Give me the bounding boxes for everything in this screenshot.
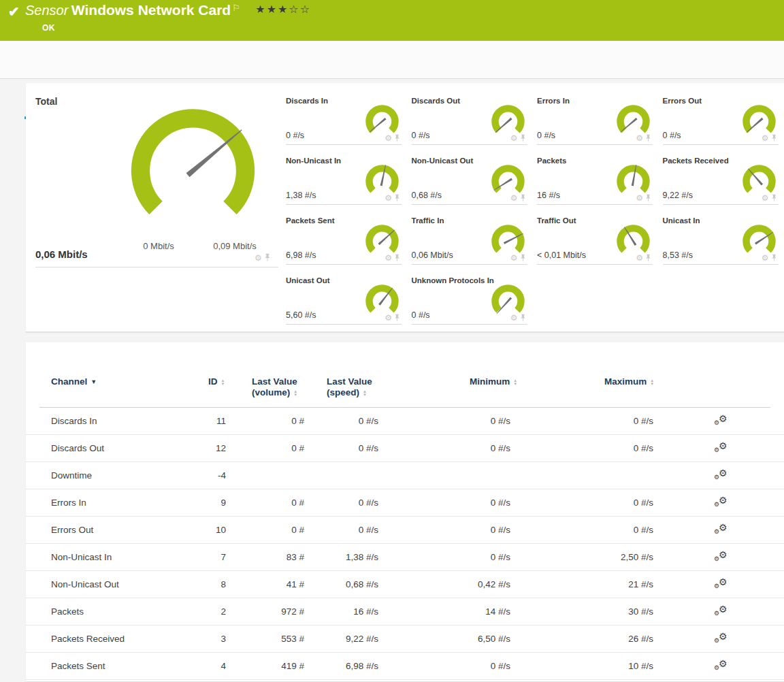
channel-gauge-cell[interactable]: Packets Sent 6,98 #/s ⚙ xyxy=(286,215,402,265)
channel-gear-icon[interactable]: ⚙ xyxy=(636,194,643,202)
column-header-maximum[interactable]: Maximum ▲▼ xyxy=(604,376,654,387)
channel-gauge-cell[interactable]: Errors Out 0 #/s ⚙ xyxy=(663,95,779,145)
channel-gauge-label: Unknown Protocols In xyxy=(412,276,494,285)
channel-settings-gears-icon[interactable]: ⚙⚙ xyxy=(713,435,731,462)
channel-settings-gears-icon[interactable]: ⚙⚙ xyxy=(713,489,731,517)
status-ok-check-icon: ✔ xyxy=(8,3,20,20)
pin-icon[interactable] xyxy=(520,194,526,202)
channel-gauge-cell[interactable]: Traffic In 0,06 Mbit/s ⚙ xyxy=(412,215,527,265)
channel-gauge-value: 9,22 #/s xyxy=(663,191,693,200)
pin-icon[interactable] xyxy=(771,134,777,142)
page-title: Windows Network Card xyxy=(71,2,231,18)
table-row[interactable]: Downtime -4 ⚙⚙ xyxy=(26,462,784,489)
channel-gauge-label: Packets Sent xyxy=(286,216,335,225)
column-header-channel[interactable]: Channel ▼ xyxy=(51,376,97,387)
cell-last-value-volume: 0 # xyxy=(291,489,304,516)
pin-icon[interactable] xyxy=(264,253,271,262)
table-row[interactable]: Packets 2 972 # 16 #/s 14 #/s 30 #/s ⚙⚙ xyxy=(26,598,784,626)
column-header-minimum[interactable]: Minimum ▲▼ xyxy=(470,376,517,387)
total-cell-divider xyxy=(35,267,278,267)
cell-maximum: 0 #/s xyxy=(634,517,653,543)
table-row[interactable]: Non-Unicast In 7 83 # 1,38 #/s 0 #/s 2,5… xyxy=(26,544,784,571)
cell-last-value-speed: 0 #/s xyxy=(359,408,378,434)
channel-gear-icon[interactable]: ⚙ xyxy=(255,254,262,262)
channel-gear-icon[interactable]: ⚙ xyxy=(510,194,518,202)
channel-gear-icon[interactable]: ⚙ xyxy=(762,254,769,262)
channel-gauge-actions: ⚙ xyxy=(510,134,526,142)
channel-gauge-cell[interactable]: Discards In 0 #/s ⚙ xyxy=(286,95,402,145)
table-row[interactable]: Non-Unicast Out 8 41 # 0,68 #/s 0,42 #/s… xyxy=(26,571,784,598)
sort-icon: ▲▼ xyxy=(363,389,367,397)
cell-maximum: 0 #/s xyxy=(634,408,653,434)
sort-icon: ▲▼ xyxy=(293,389,297,397)
flag-icon[interactable]: ⚐ xyxy=(232,3,240,13)
column-header-id[interactable]: ID ▲▼ xyxy=(208,376,225,387)
pin-icon[interactable] xyxy=(771,194,777,202)
pin-icon[interactable] xyxy=(645,254,651,262)
channel-settings-gears-icon[interactable]: ⚙⚙ xyxy=(713,598,731,626)
pin-icon[interactable] xyxy=(394,194,400,202)
cell-last-value-volume: 0 # xyxy=(291,408,304,434)
channel-gauge-cell[interactable]: Discards Out 0 #/s ⚙ xyxy=(412,95,527,145)
column-header-last-value-volume[interactable]: Last Value (volume) ▲▼ xyxy=(252,376,297,398)
channel-gear-icon[interactable]: ⚙ xyxy=(510,134,518,142)
channel-gauge-cell[interactable]: Unicast Out 5,60 #/s ⚙ xyxy=(286,275,402,325)
channel-gear-icon[interactable]: ⚙ xyxy=(636,134,643,142)
channel-gauge-cell[interactable]: Non-Unicast Out 0,68 #/s ⚙ xyxy=(412,155,527,205)
table-row[interactable]: Discards Out 12 0 # 0 #/s 0 #/s 0 #/s ⚙⚙ xyxy=(26,435,784,462)
cell-last-value-volume: 419 # xyxy=(281,653,304,679)
channel-gear-icon[interactable]: ⚙ xyxy=(762,194,769,202)
channel-settings-gears-icon[interactable]: ⚙⚙ xyxy=(713,462,731,489)
cell-id: 8 xyxy=(220,571,226,598)
pin-icon[interactable] xyxy=(394,134,400,142)
table-row[interactable]: Errors In 9 0 # 0 #/s 0 #/s 0 #/s ⚙⚙ xyxy=(26,489,784,517)
channel-gear-icon[interactable]: ⚙ xyxy=(385,314,392,322)
sort-icon: ▲▼ xyxy=(650,376,654,386)
pin-icon[interactable] xyxy=(520,134,526,142)
pin-icon[interactable] xyxy=(520,254,526,262)
cell-maximum: 0 #/s xyxy=(634,489,653,516)
cell-minimum: 0 #/s xyxy=(491,435,510,461)
channel-settings-gears-icon[interactable]: ⚙⚙ xyxy=(713,517,731,544)
pin-icon[interactable] xyxy=(394,314,400,322)
pin-icon[interactable] xyxy=(771,254,777,262)
channel-gauge-cell[interactable]: Traffic Out < 0,01 Mbit/s ⚙ xyxy=(537,215,653,265)
pin-icon[interactable] xyxy=(645,194,651,202)
channel-settings-gears-icon[interactable]: ⚙⚙ xyxy=(713,653,731,680)
channel-gear-icon[interactable]: ⚙ xyxy=(510,254,518,262)
channel-gear-icon[interactable]: ⚙ xyxy=(385,194,392,202)
channel-settings-gears-icon[interactable]: ⚙⚙ xyxy=(713,408,731,435)
channel-gear-icon[interactable]: ⚙ xyxy=(762,134,769,142)
channel-gear-icon[interactable]: ⚙ xyxy=(385,254,392,262)
pin-icon[interactable] xyxy=(645,134,651,142)
channel-gauge-cell[interactable]: Packets Received 9,22 #/s ⚙ xyxy=(663,155,779,205)
channel-gauge-cell[interactable]: Errors In 0 #/s ⚙ xyxy=(537,95,653,145)
channel-gear-icon[interactable]: ⚙ xyxy=(636,254,643,262)
channel-settings-gears-icon[interactable]: ⚙⚙ xyxy=(713,571,731,598)
channel-gauge-cell[interactable]: Unknown Protocols In 0 #/s ⚙ xyxy=(412,275,527,325)
channel-gauge-value: < 0,01 Mbit/s xyxy=(537,250,586,260)
table-row[interactable]: Errors Out 10 0 # 0 #/s 0 #/s 0 #/s ⚙⚙ xyxy=(26,517,784,544)
channel-settings-gears-icon[interactable]: ⚙⚙ xyxy=(713,626,731,653)
channel-gauge-cell[interactable]: Unicast In 8,53 #/s ⚙ xyxy=(663,215,779,265)
channel-settings-gears-icon[interactable]: ⚙⚙ xyxy=(713,544,731,571)
channel-gauge-label: Packets Received xyxy=(663,157,729,165)
cell-id: 9 xyxy=(220,489,226,516)
cell-maximum: 26 #/s xyxy=(628,626,653,652)
channel-gauge-actions: ⚙ xyxy=(510,254,526,262)
table-row[interactable]: Packets Sent 4 419 # 6,98 #/s 0 #/s 10 #… xyxy=(26,653,784,680)
pin-icon[interactable] xyxy=(520,314,526,322)
column-header-last-value-speed[interactable]: Last Value (speed) ▲▼ xyxy=(327,376,372,398)
cell-id: 3 xyxy=(220,626,226,652)
channel-gear-icon[interactable]: ⚙ xyxy=(510,314,518,322)
channel-gauge-cell[interactable]: Packets 16 #/s ⚙ xyxy=(537,155,653,205)
table-row[interactable]: Packets Received 3 553 # 9,22 #/s 6,50 #… xyxy=(26,626,784,653)
channel-gauge-cell[interactable]: Non-Unicast In 1,38 #/s ⚙ xyxy=(286,155,402,205)
channel-gauge-actions: ⚙ xyxy=(636,194,651,202)
pin-icon[interactable] xyxy=(394,254,400,262)
table-row[interactable]: Discards In 11 0 # 0 #/s 0 #/s 0 #/s ⚙⚙ xyxy=(26,408,784,435)
cell-minimum: 0 #/s xyxy=(491,653,510,679)
priority-stars[interactable]: ★★★☆☆ xyxy=(255,3,311,15)
channel-gear-icon[interactable]: ⚙ xyxy=(385,134,392,142)
cell-minimum: 14 #/s xyxy=(485,598,510,625)
